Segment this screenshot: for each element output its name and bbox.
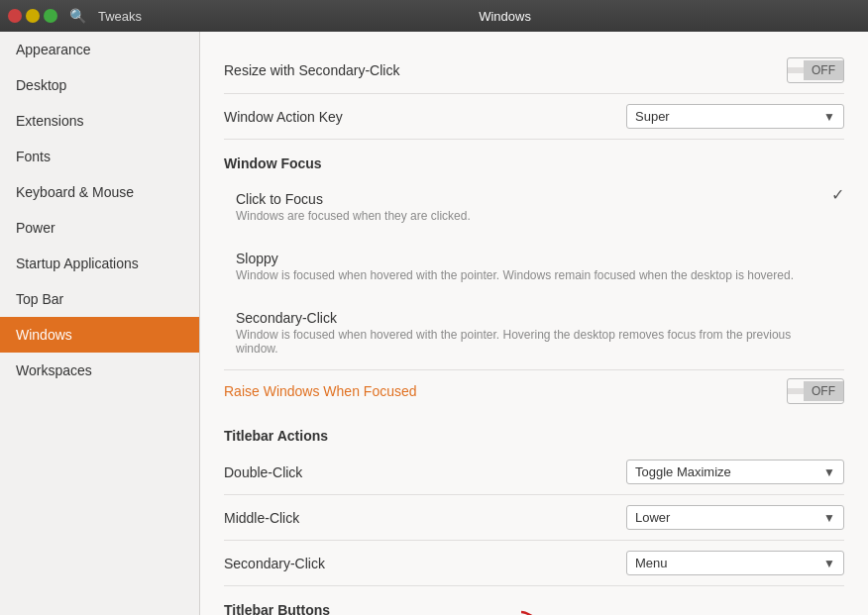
secondary-click-focus-title: Secondary-Click xyxy=(236,310,832,326)
maximize-button[interactable] xyxy=(44,9,57,23)
sidebar-item-desktop[interactable]: Desktop xyxy=(0,67,199,103)
double-click-arrow-icon: ▼ xyxy=(823,465,835,479)
secondary-click-action-value: Menu xyxy=(635,556,668,570)
sidebar-item-appearance[interactable]: Appearance xyxy=(0,32,199,67)
middle-click-row: Middle-Click Lower ▼ xyxy=(224,495,844,541)
app-name: Tweaks xyxy=(98,9,142,24)
sidebar-item-workspaces[interactable]: Workspaces xyxy=(0,353,199,388)
resize-secondary-click-label: Resize with Secondary-Click xyxy=(224,62,399,78)
click-to-focus-row[interactable]: Click to Focus Windows are focused when … xyxy=(224,177,844,237)
raise-windows-toggle[interactable]: OFF xyxy=(787,378,844,404)
sidebar-item-power[interactable]: Power xyxy=(0,210,199,246)
click-to-focus-desc: Windows are focused when they are clicke… xyxy=(236,209,471,223)
raise-windows-label: Raise Windows When Focused xyxy=(224,383,417,399)
sidebar-item-startup-applications[interactable]: Startup Applications xyxy=(0,246,199,281)
content-inner: Resize with Secondary-Click OFF Window A… xyxy=(200,32,868,615)
middle-click-dropdown[interactable]: Lower ▼ xyxy=(626,505,844,530)
app-body: Appearance Desktop Extensions Fonts Keyb… xyxy=(0,32,868,615)
double-click-label: Double-Click xyxy=(224,464,302,480)
resize-secondary-click-row: Resize with Secondary-Click OFF xyxy=(224,48,844,94)
raise-toggle-btn[interactable]: OFF xyxy=(804,381,843,401)
middle-click-arrow-icon: ▼ xyxy=(823,511,835,525)
main-content: Resize with Secondary-Click OFF Window A… xyxy=(200,32,868,615)
window-title: Windows xyxy=(150,9,860,24)
titlebar-actions-header: Titlebar Actions xyxy=(224,412,844,450)
toggle-off-btn[interactable]: OFF xyxy=(804,60,843,80)
sidebar-item-fonts[interactable]: Fonts xyxy=(0,139,199,174)
secondary-click-focus-desc: Window is focused when hovered with the … xyxy=(236,328,832,356)
middle-click-label: Middle-Click xyxy=(224,510,299,526)
sidebar-item-keyboard-mouse[interactable]: Keyboard & Mouse xyxy=(0,174,199,210)
sloppy-row[interactable]: Sloppy Window is focused when hovered wi… xyxy=(224,237,844,296)
double-click-dropdown[interactable]: Toggle Maximize ▼ xyxy=(626,460,844,484)
dropdown-arrow-icon: ▼ xyxy=(823,110,835,124)
sloppy-title: Sloppy xyxy=(236,251,794,266)
window-action-key-value: Super xyxy=(635,109,670,124)
double-click-row: Double-Click Toggle Maximize ▼ xyxy=(224,450,844,495)
sloppy-option[interactable]: Sloppy Window is focused when hovered wi… xyxy=(224,243,806,290)
sidebar-item-windows[interactable]: Windows xyxy=(0,317,199,353)
click-to-focus-check: ✓ xyxy=(831,185,844,204)
sidebar-item-top-bar[interactable]: Top Bar xyxy=(0,281,199,317)
window-action-key-dropdown[interactable]: Super ▼ xyxy=(626,104,844,129)
secondary-click-action-arrow-icon: ▼ xyxy=(823,557,835,570)
titlebar-buttons-header: Titlebar Buttons xyxy=(224,586,844,615)
resize-secondary-click-toggle[interactable]: OFF xyxy=(787,57,844,83)
raise-windows-row: Raise Windows When Focused OFF xyxy=(224,369,844,412)
click-to-focus-option[interactable]: Click to Focus Windows are focused when … xyxy=(224,183,483,231)
sloppy-desc: Window is focused when hovered with the … xyxy=(236,268,794,282)
secondary-click-action-label: Secondary-Click xyxy=(224,556,325,571)
close-button[interactable] xyxy=(8,9,22,23)
middle-click-value: Lower xyxy=(635,510,670,525)
secondary-click-focus-option[interactable]: Secondary-Click Window is focused when h… xyxy=(224,302,844,363)
titlebar: 🔍 Tweaks Windows xyxy=(0,0,868,32)
toggle-off-label xyxy=(788,67,804,73)
secondary-click-action-row: Secondary-Click Menu ▼ xyxy=(224,541,844,586)
sidebar-item-extensions[interactable]: Extensions xyxy=(0,103,199,139)
window-controls xyxy=(8,9,57,23)
sidebar: Appearance Desktop Extensions Fonts Keyb… xyxy=(0,32,200,615)
click-to-focus-title: Click to Focus xyxy=(236,191,471,207)
window-focus-header: Window Focus xyxy=(224,140,844,177)
window-action-key-row: Window Action Key Super ▼ xyxy=(224,94,844,140)
minimize-button[interactable] xyxy=(26,9,40,23)
search-icon: 🔍 xyxy=(69,8,86,24)
secondary-click-action-dropdown[interactable]: Menu ▼ xyxy=(626,551,844,575)
raise-toggle-label xyxy=(788,388,804,394)
window-action-key-label: Window Action Key xyxy=(224,109,343,125)
secondary-click-focus-row[interactable]: Secondary-Click Window is focused when h… xyxy=(224,296,844,369)
double-click-value: Toggle Maximize xyxy=(635,464,731,479)
